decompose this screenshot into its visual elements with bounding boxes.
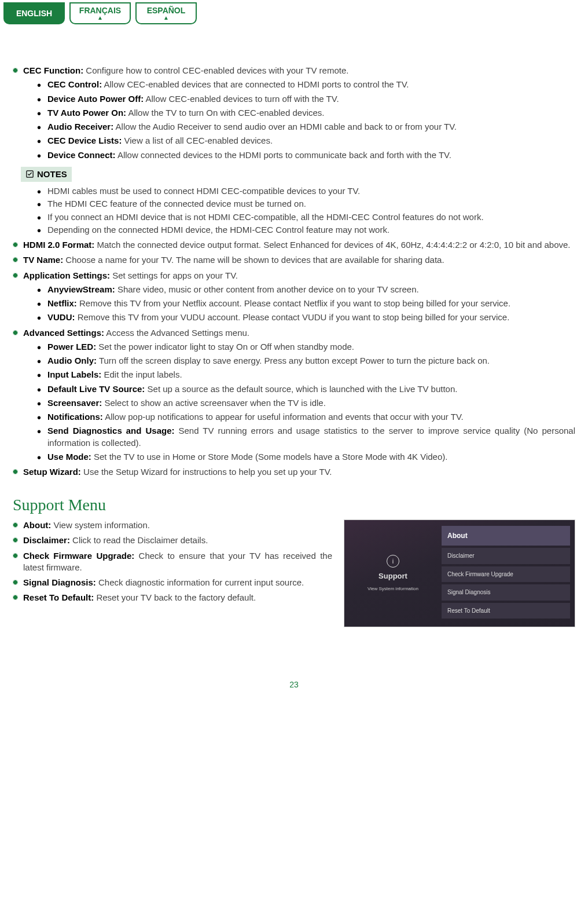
sub-title: Power LED: bbox=[47, 342, 96, 352]
item-wizard: Setup Wizard: Use the Setup Wizard for i… bbox=[13, 466, 575, 478]
item-cec-function: CEC Function: Configure how to control C… bbox=[13, 65, 575, 236]
sub-title: VUDU: bbox=[47, 312, 75, 322]
menu-row-signal[interactable]: Signal Diagnosis bbox=[442, 584, 570, 601]
item-about: About: View system information. bbox=[13, 519, 332, 531]
sub-desc: Remove this TV from your VUDU account. P… bbox=[75, 312, 510, 322]
item-desc: Match the connected device output format… bbox=[94, 240, 570, 250]
sub-auto-on: TV Auto Power On: Allow the TV to turn O… bbox=[37, 107, 575, 119]
tab-espanol[interactable]: ESPAÑOL▲ bbox=[135, 2, 197, 24]
item-desc: Choose a name for your TV. The name will… bbox=[63, 255, 444, 265]
sub-desc: Allow pop-up notifications to appear for… bbox=[103, 412, 464, 422]
tab-francais-label: FRANÇAIS bbox=[79, 6, 121, 15]
note-item: If you connect an HDMI device that is no… bbox=[37, 211, 575, 223]
sub-title: Input Labels: bbox=[47, 369, 101, 379]
item-desc: Reset your TV back to the factory defaul… bbox=[94, 592, 256, 602]
item-apps: Application Settings: Set settings for a… bbox=[13, 270, 575, 324]
support-heading: Support Menu bbox=[13, 494, 575, 516]
apps-sublist: AnyviewStream: Share video, music or oth… bbox=[37, 284, 575, 324]
sub-desc: Share video, music or other content from… bbox=[115, 284, 419, 294]
sub-anyview: AnyviewStream: Share video, music or oth… bbox=[37, 284, 575, 295]
menu-row-firmware[interactable]: Check Firmware Upgrade bbox=[442, 566, 570, 583]
sub-desc: Allow the Audio Receiver to send audio o… bbox=[113, 122, 457, 131]
item-title: Application Settings: bbox=[23, 270, 110, 280]
item-title: TV Name: bbox=[23, 255, 63, 265]
sub-vudu: VUDU: Remove this TV from your VUDU acco… bbox=[37, 312, 575, 323]
item-signal: Signal Diagnosis: Check diagnostic infor… bbox=[13, 577, 332, 588]
item-title: Advanced Settings: bbox=[23, 328, 104, 338]
item-title: About: bbox=[23, 520, 51, 530]
item-title: Check Firmware Upgrade: bbox=[23, 551, 134, 561]
item-title: CEC Function: bbox=[23, 65, 83, 75]
sub-desc: View a list of all CEC-enabled devices. bbox=[122, 136, 273, 145]
item-desc: Use the Setup Wizard for instructions to… bbox=[81, 467, 332, 477]
sub-title: Device Auto Power Off: bbox=[47, 94, 144, 104]
chevron-up-icon: ▲ bbox=[97, 15, 103, 21]
note-item: HDMI cables must be used to connect HDMI… bbox=[37, 185, 575, 197]
chevron-up-icon: ▲ bbox=[163, 15, 169, 21]
sub-title: CEC Device Lists: bbox=[47, 136, 122, 145]
menu-row-reset[interactable]: Reset To Default bbox=[442, 603, 570, 619]
item-title: Disclaimer: bbox=[23, 535, 70, 545]
sub-title: CEC Control: bbox=[47, 79, 102, 89]
sub-desc: Remove this TV from your Netflix account… bbox=[77, 298, 510, 308]
sub-power-led: Power LED: Set the power indicator light… bbox=[37, 341, 575, 353]
item-desc: View system information. bbox=[51, 520, 150, 530]
item-tvname: TV Name: Choose a name for your TV. The … bbox=[13, 254, 575, 266]
sub-desc: Allow CEC-enabled devices to turn off wi… bbox=[144, 94, 339, 104]
info-icon: i bbox=[387, 555, 399, 568]
sub-title: Device Connect: bbox=[47, 150, 116, 160]
note-item: The HDMI CEC feature of the connected de… bbox=[37, 198, 575, 210]
screenshot-subtitle: View System information bbox=[368, 586, 418, 592]
sub-title: Send Diagnostics and Usage: bbox=[47, 426, 174, 436]
language-tabs: ENGLISH FRANÇAIS▲ ESPAÑOL▲ bbox=[0, 0, 588, 24]
screenshot-menu: About Disclaimer Check Firmware Upgrade … bbox=[442, 520, 575, 627]
sub-diagnostics: Send Diagnostics and Usage: Send TV runn… bbox=[37, 425, 575, 449]
sub-title: Default Live TV Source: bbox=[47, 384, 145, 394]
settings-list: CEC Function: Configure how to control C… bbox=[13, 65, 575, 478]
sub-desc: Select to show an active screensaver whe… bbox=[102, 398, 326, 408]
sub-device-connect: Device Connect: Allow connected devices … bbox=[37, 149, 575, 161]
sub-desc: Edit the input labels. bbox=[101, 369, 182, 379]
sub-desc: Set up a source as the default source, w… bbox=[145, 384, 457, 394]
item-desc: Set settings for apps on your TV. bbox=[110, 270, 238, 280]
item-title: Signal Diagnosis: bbox=[23, 577, 96, 587]
item-hdmi20: HDMI 2.0 Format: Match the connected dev… bbox=[13, 239, 575, 251]
item-desc: Click to read the Disclaimer details. bbox=[70, 535, 208, 545]
sub-audio-only: Audio Only: Turn off the screen display … bbox=[37, 355, 575, 367]
sub-cec-control: CEC Control: Allow CEC-enabled devices t… bbox=[37, 79, 575, 90]
item-title: HDMI 2.0 Format: bbox=[23, 240, 94, 250]
item-reset: Reset To Default: Reset your TV back to … bbox=[13, 592, 332, 603]
tab-english-label: ENGLISH bbox=[16, 9, 52, 18]
menu-row-disclaimer[interactable]: Disclaimer bbox=[442, 548, 570, 564]
advanced-sublist: Power LED: Set the power indicator light… bbox=[37, 341, 575, 463]
sub-notifications: Notifications: Allow pop-up notification… bbox=[37, 411, 575, 423]
sub-desc: Allow CEC-enabled devices that are conne… bbox=[102, 79, 409, 89]
sub-use-mode: Use Mode: Set the TV to use in Home or S… bbox=[37, 451, 575, 463]
sub-default-source: Default Live TV Source: Set up a source … bbox=[37, 383, 575, 395]
item-title: Reset To Default: bbox=[23, 592, 94, 602]
sub-title: Audio Only: bbox=[47, 356, 97, 365]
tab-english[interactable]: ENGLISH bbox=[3, 2, 65, 24]
item-firmware: Check Firmware Upgrade: Check to ensure … bbox=[13, 550, 332, 574]
sub-title: Audio Receiver: bbox=[47, 122, 113, 131]
page-content: CEC Function: Configure how to control C… bbox=[0, 24, 588, 708]
support-section: About: View system information. Disclaim… bbox=[13, 519, 575, 627]
tab-francais[interactable]: FRANÇAIS▲ bbox=[69, 2, 131, 24]
sub-title: TV Auto Power On: bbox=[47, 108, 126, 118]
sub-netflix: Netflix: Remove this TV from your Netfli… bbox=[37, 298, 575, 309]
item-desc: Check diagnostic information for current… bbox=[96, 577, 304, 587]
note-item: Depending on the connected HDMI device, … bbox=[37, 224, 575, 236]
check-icon bbox=[25, 170, 34, 178]
sub-desc: Allow the TV to turn On with CEC-enabled… bbox=[126, 108, 324, 118]
menu-row-about[interactable]: About bbox=[442, 526, 570, 546]
sub-desc: Set the power indicator light to stay On… bbox=[96, 342, 354, 352]
sub-screensaver: Screensaver: Select to show an active sc… bbox=[37, 397, 575, 409]
cec-sublist: CEC Control: Allow CEC-enabled devices t… bbox=[37, 79, 575, 161]
notes-label: NOTES bbox=[37, 169, 67, 180]
sub-desc: Turn off the screen display to save ener… bbox=[97, 356, 490, 365]
notes-badge: NOTES bbox=[21, 167, 72, 182]
notes-list: HDMI cables must be used to connect HDMI… bbox=[37, 185, 575, 236]
support-screenshot: i Support View System information About … bbox=[344, 519, 575, 627]
sub-title: Notifications: bbox=[47, 412, 103, 422]
sub-desc: Allow connected devices to the HDMI port… bbox=[116, 150, 451, 160]
